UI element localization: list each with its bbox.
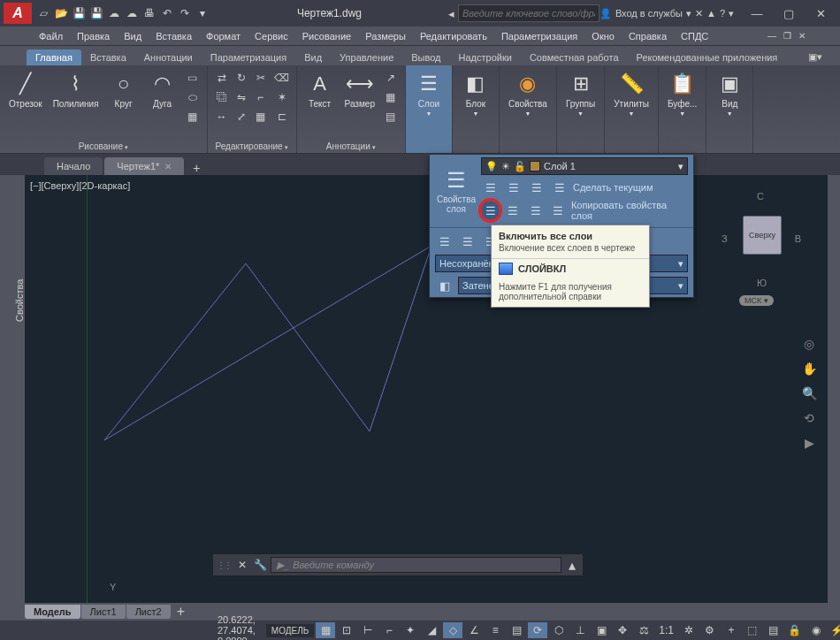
layer-off-icon[interactable]: ☰ bbox=[481, 178, 500, 197]
minimize-button[interactable]: — bbox=[741, 0, 773, 27]
tab-addins[interactable]: Надстройки bbox=[450, 50, 521, 65]
cmdline-customize-icon[interactable]: 🔧 bbox=[254, 559, 267, 571]
qat-dropdown-icon[interactable]: ▾ bbox=[195, 5, 210, 21]
viewcube-wcs[interactable]: МСК ▾ bbox=[739, 295, 774, 306]
viewcube-east[interactable]: В bbox=[795, 233, 801, 244]
tab-layout2[interactable]: Лист2 bbox=[126, 605, 171, 619]
sb-dynucs-icon[interactable]: ⊥ bbox=[570, 622, 590, 638]
search-input[interactable] bbox=[458, 4, 599, 22]
tab-parametric[interactable]: Параметризация bbox=[202, 50, 295, 65]
help-icon[interactable]: ? bbox=[720, 8, 725, 19]
viewcube-south[interactable]: Ю bbox=[757, 278, 767, 288]
tab-model[interactable]: Модель bbox=[25, 605, 80, 619]
layer-lock-btn-icon[interactable]: ☰ bbox=[527, 178, 546, 197]
menu-view[interactable]: Вид bbox=[117, 29, 149, 43]
doctab-close-icon[interactable]: ✕ bbox=[164, 162, 172, 171]
panel-annot-title[interactable]: Аннотации bbox=[302, 140, 400, 153]
line-button[interactable]: ╱Отрезок bbox=[5, 69, 46, 110]
menu-spds[interactable]: СПДС bbox=[674, 29, 715, 43]
layout-add-button[interactable]: + bbox=[172, 604, 190, 620]
tab-featured[interactable]: Рекомендованные приложения bbox=[628, 50, 787, 65]
hatch-icon[interactable]: ▦ bbox=[184, 108, 202, 126]
ellipse-icon[interactable]: ⬭ bbox=[184, 88, 202, 106]
tab-annotate[interactable]: Аннотации bbox=[135, 50, 202, 65]
stayconn-icon[interactable]: ▲ bbox=[706, 8, 716, 19]
viewcube-top-face[interactable]: Сверху bbox=[743, 216, 782, 255]
menu-help[interactable]: Справка bbox=[622, 29, 674, 43]
help-dropdown-icon[interactable]: ▾ bbox=[729, 8, 734, 19]
tab-express-icon[interactable]: ▣▾ bbox=[799, 49, 831, 65]
viewcube-north[interactable]: С bbox=[757, 191, 764, 202]
menu-format[interactable]: Формат bbox=[199, 29, 248, 43]
panel-draw-title[interactable]: Рисование bbox=[5, 140, 202, 153]
layer-make-current-icon[interactable]: ☰ bbox=[550, 178, 569, 197]
save-icon[interactable]: 💾 bbox=[71, 5, 87, 21]
saveas-icon[interactable]: 💾 bbox=[88, 5, 104, 21]
offset-icon[interactable]: ⊏ bbox=[273, 108, 291, 126]
doctab-drawing1[interactable]: Чертеж1*✕ bbox=[104, 157, 184, 175]
doctab-start[interactable]: Начало bbox=[44, 157, 103, 175]
signin-link[interactable]: Вход в службы bbox=[615, 8, 683, 19]
tab-view[interactable]: Вид bbox=[295, 50, 331, 65]
cloud-save-icon[interactable]: ☁ bbox=[124, 5, 140, 21]
explode-icon[interactable]: ✶ bbox=[273, 88, 291, 106]
sb-gizmo-icon[interactable]: ✥ bbox=[613, 622, 632, 638]
exchange-icon[interactable]: ✕ bbox=[695, 8, 703, 19]
array-icon[interactable]: ▦ bbox=[252, 108, 270, 126]
sb-model-button[interactable]: МОДЕЛЬ bbox=[266, 624, 314, 637]
app-logo[interactable]: A bbox=[4, 3, 32, 24]
tab-layout1[interactable]: Лист1 bbox=[81, 605, 126, 619]
trim-icon[interactable]: ✂ bbox=[252, 69, 270, 87]
properties-button[interactable]: ◉Свойства▼ bbox=[505, 69, 551, 118]
clipboard-button[interactable]: 📋Буфе...▼ bbox=[664, 69, 700, 118]
sb-annoscale-icon[interactable]: ⚖ bbox=[634, 622, 653, 638]
menu-window[interactable]: Окно bbox=[584, 29, 622, 43]
cmdline-grip-icon[interactable]: ⋮⋮ bbox=[217, 560, 231, 570]
sb-otrack-icon[interactable]: ∠ bbox=[464, 622, 484, 638]
menu-draw[interactable]: Рисование bbox=[295, 29, 358, 43]
mdi-restore-icon[interactable]: ❐ bbox=[781, 31, 794, 41]
layers-button[interactable]: ☰Слои▼ bbox=[411, 69, 447, 118]
nav-wheel-icon[interactable]: ◎ bbox=[799, 334, 819, 354]
groups-button[interactable]: ⊞Группы▼ bbox=[562, 69, 599, 118]
sb-workspace-icon[interactable]: ⚙ bbox=[700, 622, 720, 638]
menu-insert[interactable]: Вставка bbox=[149, 29, 199, 43]
scale-icon[interactable]: ⤢ bbox=[233, 108, 250, 126]
menu-dimension[interactable]: Размеры bbox=[358, 29, 413, 43]
coordinates[interactable]: 20.6222, 27.4074, 0.0000 bbox=[218, 614, 256, 640]
sb-osnap-icon[interactable]: ◇ bbox=[443, 622, 462, 638]
print-icon[interactable]: 🖶 bbox=[141, 5, 157, 21]
panel-modify-title[interactable]: Редактирование bbox=[213, 140, 291, 153]
menu-parametric[interactable]: Параметризация bbox=[494, 29, 584, 43]
viewcube[interactable]: С Ю З В Сверху МСК ▾ bbox=[722, 191, 801, 297]
rectangle-icon[interactable]: ▭ bbox=[184, 69, 202, 87]
nav-showmotion-icon[interactable]: ▶ bbox=[799, 433, 819, 453]
layer-unlock-icon[interactable]: ☰ bbox=[526, 201, 545, 220]
sb-snap-icon[interactable]: ⊡ bbox=[337, 622, 356, 638]
view-button[interactable]: ▣Вид▼ bbox=[712, 69, 747, 118]
sb-units-icon[interactable]: ⬚ bbox=[743, 622, 762, 638]
tab-manage[interactable]: Управление bbox=[331, 50, 402, 65]
tab-insert[interactable]: Вставка bbox=[81, 50, 135, 65]
copy-props-link[interactable]: Копировать свойства слоя bbox=[571, 198, 688, 223]
sb-isoplane-icon[interactable]: ◢ bbox=[422, 622, 441, 638]
layer-match-icon[interactable]: ☰ bbox=[548, 201, 567, 220]
sb-lineweight-icon[interactable]: ≡ bbox=[485, 622, 505, 638]
doctab-new-button[interactable]: + bbox=[186, 161, 207, 175]
mdi-minimize-icon[interactable]: — bbox=[765, 31, 779, 41]
polyline-button[interactable]: ⌇Полилиния bbox=[50, 69, 103, 110]
maximize-button[interactable]: ▢ bbox=[773, 0, 805, 27]
menu-tools[interactable]: Сервис bbox=[248, 29, 295, 43]
rotate-icon[interactable]: ↻ bbox=[233, 69, 250, 87]
fillet-icon[interactable]: ⌐ bbox=[252, 88, 270, 106]
cmdline-close-icon[interactable]: ✕ bbox=[234, 559, 250, 571]
layer-thaw-icon[interactable]: ☰ bbox=[503, 201, 522, 220]
sb-cycling-icon[interactable]: ⟳ bbox=[528, 622, 547, 638]
circle-button[interactable]: ○Круг bbox=[106, 69, 141, 110]
sb-3dosnap-icon[interactable]: ⬡ bbox=[549, 622, 569, 638]
move-icon[interactable]: ⇄ bbox=[213, 69, 231, 87]
make-current-link[interactable]: Сделать текущим bbox=[573, 180, 653, 194]
layer-vp-freeze-icon[interactable]: ◧ bbox=[435, 276, 454, 295]
stretch-icon[interactable]: ↔ bbox=[213, 108, 231, 126]
sb-transparency-icon[interactable]: ▤ bbox=[507, 622, 526, 638]
